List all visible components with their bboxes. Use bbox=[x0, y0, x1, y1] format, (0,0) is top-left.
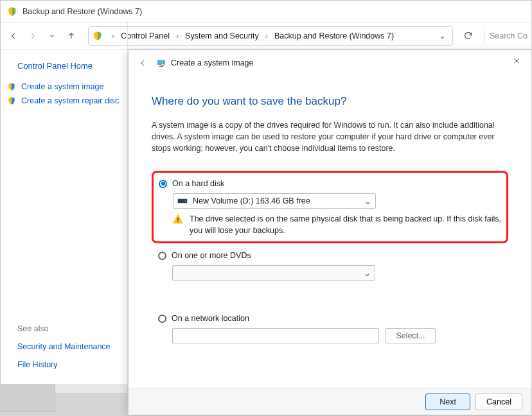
radio-icon bbox=[159, 180, 167, 188]
shield-icon bbox=[7, 82, 16, 91]
radio-dvd[interactable]: On one or more DVDs bbox=[152, 251, 508, 260]
radio-icon bbox=[158, 252, 166, 260]
warning-icon bbox=[173, 214, 183, 224]
cancel-button[interactable]: Cancel bbox=[475, 394, 522, 410]
address-bar[interactable]: › Control Panel › System and Security › … bbox=[88, 26, 453, 46]
left-pane: Control Panel Home Create a system image… bbox=[1, 22, 128, 386]
drive-text: New Volume (D:) 163.46 GB free bbox=[193, 196, 310, 205]
create-system-image-dialog: Create a system image Where do you want … bbox=[128, 49, 532, 415]
link-label: Create a system image bbox=[21, 82, 104, 91]
svg-rect-5 bbox=[177, 218, 178, 221]
drive-combobox[interactable]: New Volume (D:) 163.46 GB free ⌄ bbox=[173, 193, 376, 209]
refresh-button[interactable] bbox=[458, 27, 479, 45]
dialog-back-button[interactable] bbox=[135, 55, 150, 71]
dialog-body: Where do you want to save the backup? A … bbox=[129, 76, 531, 343]
breadcrumb-item[interactable]: System and Security bbox=[182, 30, 262, 42]
radio-network[interactable]: On a network location bbox=[152, 314, 508, 323]
svg-point-4 bbox=[185, 201, 186, 202]
svg-rect-6 bbox=[177, 221, 178, 222]
hard-disk-icon bbox=[177, 197, 188, 205]
radio-label: On a network location bbox=[172, 314, 249, 323]
radio-icon bbox=[158, 315, 166, 323]
breadcrumb-sep-icon: › bbox=[176, 31, 179, 40]
titlebar: Backup and Restore (Windows 7) bbox=[1, 1, 531, 22]
breadcrumb-item[interactable]: Backup and Restore (Windows 7) bbox=[272, 30, 396, 42]
dialog-title: Create a system image bbox=[171, 58, 254, 67]
dialog-heading: Where do you want to save the backup? bbox=[152, 95, 508, 108]
address-chevron-icon[interactable]: ⌄ bbox=[436, 31, 448, 40]
search-placeholder: Search Co bbox=[490, 31, 528, 40]
see-also-label: See also bbox=[17, 324, 111, 333]
create-system-image-link[interactable]: Create a system image bbox=[1, 80, 127, 94]
highlight-box: On a hard disk New Volume (D:) 163.46 GB… bbox=[152, 171, 508, 243]
control-panel-home-link[interactable]: Control Panel Home bbox=[1, 58, 127, 80]
shield-icon bbox=[7, 96, 16, 105]
file-history-link[interactable]: File History bbox=[17, 360, 111, 369]
dvd-combobox[interactable]: ⌄ bbox=[172, 265, 375, 281]
chevron-down-icon: ⌄ bbox=[364, 196, 371, 206]
button-label: Select... bbox=[396, 331, 425, 340]
create-system-repair-disc-link[interactable]: Create a system repair disc bbox=[1, 94, 127, 108]
app-icon bbox=[7, 6, 17, 17]
chevron-down-icon: ⌄ bbox=[364, 268, 371, 278]
warning-text: The drive selected is on the same physic… bbox=[190, 214, 501, 236]
radio-hard-disk[interactable]: On a hard disk bbox=[159, 179, 501, 188]
select-button[interactable]: Select... bbox=[386, 328, 436, 343]
dialog-button-row: Next Cancel bbox=[129, 388, 531, 415]
dialog-close-button[interactable] bbox=[508, 54, 525, 68]
dialog-description: A system image is a copy of the drives r… bbox=[152, 119, 508, 154]
security-maintenance-link[interactable]: Security and Maintenance bbox=[17, 342, 111, 351]
background-shadow bbox=[0, 384, 55, 412]
warning-row: The drive selected is on the same physic… bbox=[173, 214, 501, 236]
button-label: Next bbox=[439, 397, 456, 406]
dialog-header: Create a system image bbox=[129, 50, 531, 76]
breadcrumb-sep-icon: › bbox=[265, 31, 268, 40]
background-shadow bbox=[55, 384, 127, 393]
radio-label: On one or more DVDs bbox=[172, 251, 251, 260]
network-path-input[interactable] bbox=[172, 328, 379, 343]
see-also-section: See also Security and Maintenance File H… bbox=[17, 324, 111, 369]
dialog-icon bbox=[155, 57, 167, 69]
next-button[interactable]: Next bbox=[425, 394, 470, 410]
link-label: Create a system repair disc bbox=[21, 96, 119, 105]
window-title: Backup and Restore (Windows 7) bbox=[22, 7, 142, 16]
search-input[interactable]: Search Co bbox=[484, 26, 528, 46]
button-label: Cancel bbox=[486, 397, 511, 406]
network-row: Select... bbox=[172, 328, 508, 343]
radio-label: On a hard disk bbox=[172, 179, 224, 188]
